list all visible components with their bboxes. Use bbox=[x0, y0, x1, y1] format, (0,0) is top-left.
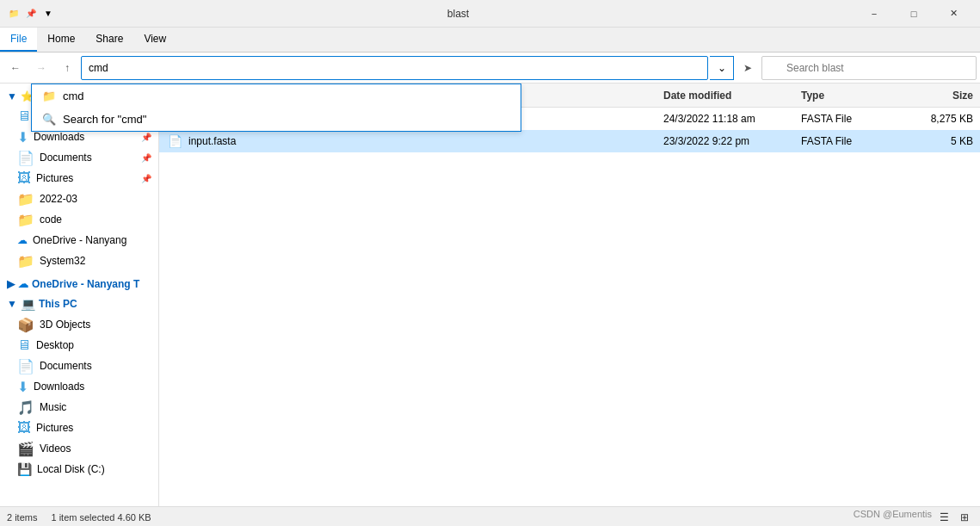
desktop-icon: 🖥 bbox=[17, 108, 31, 124]
sidebar-item-pictures[interactable]: 🖼 Pictures 📌 bbox=[0, 168, 158, 189]
sidebar-item-label-downloads: Downloads bbox=[34, 131, 84, 143]
sidebar-item-2022-03[interactable]: 📁 2022-03 bbox=[0, 189, 158, 209]
pictures-pc-icon: 🖼 bbox=[17, 420, 31, 436]
music-icon: 🎵 bbox=[17, 399, 34, 416]
search-result-icon: 🔍 bbox=[42, 113, 56, 126]
sidebar-item-label-local-disk: Local Disk (C:) bbox=[37, 463, 105, 475]
desktop-pc-icon: 🖥 bbox=[17, 337, 31, 353]
title-bar: 📁 📌 ▼ blast − □ ✕ bbox=[0, 0, 980, 28]
content-area: Name Date modified Type Size 📄 database.… bbox=[159, 84, 980, 506]
watermark: CSDN @Eumentis bbox=[854, 509, 932, 526]
sidebar-item-onedrive-qa[interactable]: ☁ OneDrive - Nanyang bbox=[0, 230, 158, 251]
sidebar-item-desktop-pc[interactable]: 🖥 Desktop bbox=[0, 335, 158, 356]
quick-access-icon: 📌 bbox=[24, 7, 38, 21]
documents-icon: 📄 bbox=[17, 150, 34, 166]
sidebar-item-local-disk[interactable]: 💾 Local Disk (C:) bbox=[0, 459, 158, 480]
folder-icon-2022-03: 📁 bbox=[17, 191, 34, 207]
minimize-button[interactable]: − bbox=[854, 0, 894, 28]
close-button[interactable]: ✕ bbox=[934, 0, 973, 28]
sidebar-item-label-documents-pc: Documents bbox=[40, 360, 92, 372]
downloads-pc-icon: ⬇ bbox=[17, 379, 28, 395]
sidebar-item-pictures-pc[interactable]: 🖼 Pictures bbox=[0, 418, 158, 438]
folder-icon-code: 📁 bbox=[17, 212, 34, 228]
tab-view[interactable]: View bbox=[133, 28, 176, 52]
up-button[interactable]: ↑ bbox=[55, 56, 79, 80]
tab-home[interactable]: Home bbox=[37, 28, 85, 52]
tab-share[interactable]: Share bbox=[85, 28, 133, 52]
sidebar-item-music[interactable]: 🎵 Music bbox=[0, 397, 158, 418]
nav-go-button[interactable]: ➤ bbox=[736, 56, 760, 80]
nav-area: ← → ↑ ⌄ ➤ 🔍 📁 cmd 🔍 Search for "cmd" bbox=[0, 53, 980, 84]
sidebar-item-label-onedrive-qa: OneDrive - Nanyang bbox=[33, 234, 126, 246]
sidebar-item-documents[interactable]: 📄 Documents 📌 bbox=[0, 147, 158, 168]
sidebar-item-label-videos: Videos bbox=[40, 442, 71, 455]
window-title: blast bbox=[62, 8, 854, 20]
pictures-icon: 🖼 bbox=[17, 170, 31, 186]
3dobjects-icon: 📦 bbox=[17, 317, 34, 333]
nav-bar: ← → ↑ ⌄ ➤ 🔍 bbox=[0, 53, 980, 84]
sidebar-item-3dobjects[interactable]: 📦 3D Objects bbox=[0, 314, 158, 335]
sidebar-item-label-desktop-pc: Desktop bbox=[36, 339, 74, 351]
back-button[interactable]: ← bbox=[3, 56, 28, 80]
forward-button[interactable]: → bbox=[29, 56, 53, 80]
address-bar-wrapper bbox=[81, 56, 708, 80]
new-folder-icon: 📁 bbox=[7, 7, 21, 21]
sidebar-item-documents-pc[interactable]: 📄 Documents bbox=[0, 356, 158, 376]
status-right: CSDN @Eumentis ☰ ⊞ bbox=[854, 509, 973, 526]
sidebar-onedrive-label: OneDrive - Nanyang T bbox=[32, 278, 139, 290]
autocomplete-label-cmd: cmd bbox=[63, 90, 84, 102]
pin-icon-downloads: 📌 bbox=[141, 133, 151, 142]
address-bar-input[interactable] bbox=[81, 56, 708, 80]
chevron-right-icon: ▶ bbox=[7, 278, 15, 290]
sidebar-thispc-header[interactable]: ▼ 💻 This PC bbox=[0, 294, 158, 314]
sidebar: ▼ ⭐ Quick access 🖥 Desktop 📌 ⬇ Downloads… bbox=[0, 84, 159, 506]
search-input[interactable] bbox=[761, 56, 977, 80]
autocomplete-dropdown: 📁 cmd 🔍 Search for "cmd" bbox=[31, 84, 521, 132]
sidebar-item-label-code: code bbox=[40, 213, 62, 226]
sidebar-item-label-2022-03: 2022-03 bbox=[40, 193, 77, 205]
file-size-database: 8,275 KB bbox=[904, 113, 973, 125]
file-size-input: 5 KB bbox=[904, 135, 973, 147]
window-controls: − □ ✕ bbox=[854, 0, 973, 28]
documents-pc-icon: 📄 bbox=[17, 358, 34, 374]
sidebar-item-code[interactable]: 📁 code bbox=[0, 209, 158, 230]
onedrive-main-icon: ☁ bbox=[18, 278, 28, 290]
folder-icon-system32: 📁 bbox=[17, 253, 34, 269]
local-disk-icon: 💾 bbox=[17, 462, 32, 476]
pin-icon-pictures: 📌 bbox=[141, 174, 151, 183]
pin-icon: ▼ bbox=[41, 7, 55, 21]
chevron-down-icon: ▼ bbox=[7, 90, 17, 102]
sidebar-item-label-3dobjects: 3D Objects bbox=[40, 319, 90, 331]
sidebar-item-downloads-pc[interactable]: ⬇ Downloads bbox=[0, 376, 158, 397]
autocomplete-label-search: Search for "cmd" bbox=[63, 113, 146, 126]
column-header-date[interactable]: Date modified bbox=[663, 90, 801, 102]
fasta-icon-2: 📄 bbox=[166, 133, 183, 150]
column-header-type[interactable]: Type bbox=[801, 90, 904, 102]
sidebar-onedrive-header[interactable]: ▶ ☁ OneDrive - Nanyang T bbox=[0, 275, 158, 294]
sidebar-item-system32[interactable]: 📁 System32 bbox=[0, 251, 158, 271]
main-layout: ▼ ⭐ Quick access 🖥 Desktop 📌 ⬇ Downloads… bbox=[0, 84, 980, 506]
autocomplete-item-cmd[interactable]: 📁 cmd bbox=[32, 84, 521, 108]
onedrive-icon-qa: ☁ bbox=[17, 234, 28, 246]
title-bar-icons: 📁 📌 ▼ bbox=[7, 7, 55, 21]
autocomplete-item-search[interactable]: 🔍 Search for "cmd" bbox=[32, 108, 521, 131]
selected-info: 1 item selected 4.60 KB bbox=[51, 512, 151, 523]
sidebar-item-videos[interactable]: 🎬 Videos bbox=[0, 438, 158, 459]
file-item-input-fasta[interactable]: 📄 input.fasta 23/3/2022 9:22 pm FASTA Fi… bbox=[159, 130, 980, 152]
videos-icon: 🎬 bbox=[17, 441, 34, 457]
list-view-button[interactable]: ☰ bbox=[935, 509, 952, 526]
file-date-input: 23/3/2022 9:22 pm bbox=[663, 135, 801, 147]
file-type-database: FASTA File bbox=[801, 113, 904, 125]
file-date-database: 24/3/2022 11:18 am bbox=[663, 113, 801, 125]
maximize-button[interactable]: □ bbox=[894, 0, 934, 28]
file-type-input: FASTA File bbox=[801, 135, 904, 147]
grid-view-button[interactable]: ⊞ bbox=[956, 509, 973, 526]
downloads-icon: ⬇ bbox=[17, 129, 28, 145]
sidebar-thispc-label: This PC bbox=[39, 298, 77, 310]
column-header-size[interactable]: Size bbox=[904, 90, 973, 102]
thispc-icon: 💻 bbox=[21, 297, 35, 311]
chevron-down-icon-pc: ▼ bbox=[7, 298, 17, 310]
address-dropdown-button[interactable]: ⌄ bbox=[710, 56, 734, 80]
tab-file[interactable]: File bbox=[0, 28, 37, 52]
sidebar-item-label-music: Music bbox=[40, 401, 66, 413]
